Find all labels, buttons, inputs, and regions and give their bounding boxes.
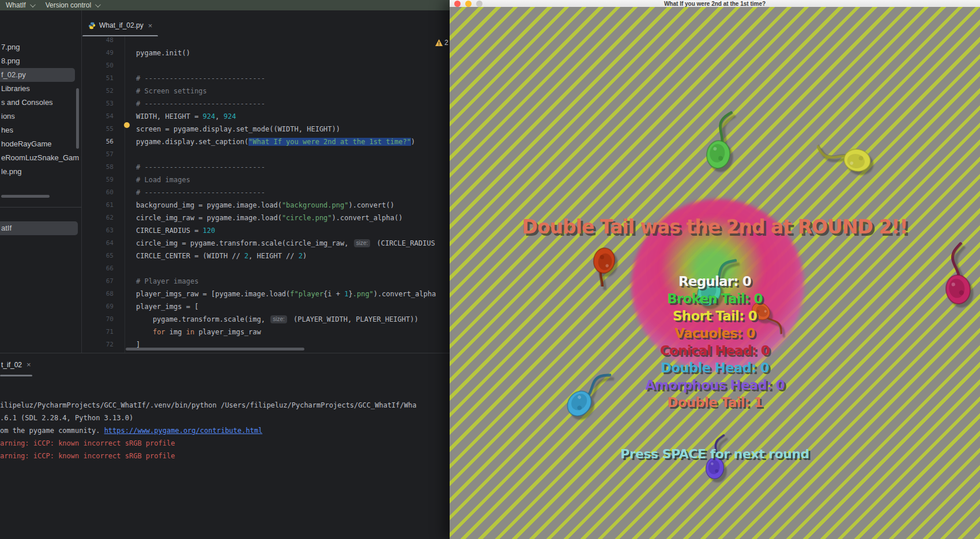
inspection-widget[interactable]: 2 [435, 39, 448, 47]
sidebar-vertical-scrollbar[interactable] [76, 88, 79, 149]
line-number: 53 [82, 97, 122, 110]
console-output-line: om the pygame community. https://www.pyg… [0, 424, 450, 437]
sidebar-item[interactable]: f_02.py [0, 68, 75, 82]
line-number: 51 [82, 72, 122, 85]
run-console[interactable]: ilipeluz/PycharmProjects/GCC_WhatIf/.ven… [0, 399, 450, 462]
chevron-down-icon [95, 2, 101, 7]
line-number: 72 [82, 338, 122, 351]
sidebar-item[interactable]: ions [0, 110, 81, 123]
line-number: 49 [82, 47, 122, 59]
score-line-broken-tail: Broken Tail: 0 [450, 290, 980, 307]
sidebar-item[interactable]: Libraries [0, 82, 81, 96]
code-text: circle_img = pygame.transform.scale(circ… [122, 237, 435, 250]
sidebar-item-whatif[interactable]: atIf [0, 221, 78, 235]
sidebar-item[interactable]: hodeRayGame [0, 137, 81, 151]
sidebar-divider [0, 207, 81, 208]
line-number: 65 [82, 250, 122, 262]
console-link[interactable]: https://www.pygame.org/contribute.html [104, 427, 263, 435]
editor-horizontal-scrollbar[interactable] [126, 348, 304, 350]
menu-item-version-control[interactable]: Version control [40, 0, 105, 10]
ide-menu-bar: WhatIfVersion control [0, 0, 450, 10]
run-tab[interactable]: t_if_02 × [1, 360, 31, 369]
line-number: 67 [82, 275, 122, 288]
code-line: 66 [82, 262, 450, 275]
line-number: 48 [82, 36, 122, 47]
sidebar-item[interactable]: eRoomLuzSnake_Gam [0, 151, 81, 165]
line-number: 61 [82, 199, 122, 212]
code-line: 50 [82, 59, 450, 72]
line-number: 71 [82, 326, 122, 338]
code-text: # Player images [122, 275, 198, 288]
code-text: background_img = pygame.image.load("back… [122, 199, 394, 212]
code-line: 69player_imgs = [ [82, 300, 450, 313]
score-line-conical-head: Conical Head: 0 [450, 342, 980, 359]
score-line-double-tail: Double Tail: 1 [450, 394, 980, 411]
score-line-regular: Regular: 0 [450, 273, 980, 290]
line-number: 56 [82, 135, 122, 148]
code-text: # ----------------------------- [122, 161, 265, 174]
code-text: player_imgs_raw = [pygame.image.load(f"p… [122, 288, 436, 300]
sidebar-item[interactable]: 8.png [0, 54, 81, 68]
code-line: 53# ----------------------------- [82, 97, 450, 110]
code-text: screen = pygame.display.set_mode((WIDTH,… [122, 123, 340, 135]
code-line: 54WIDTH, HEIGHT = 924, 924 [82, 110, 450, 123]
screen: WhatIfVersion control 7.png8.pngf_02.pyL… [0, 0, 980, 539]
console-warning-line: arning: iCCP: known incorrect sRGB profi… [0, 437, 450, 450]
code-editor[interactable]: 4849pygame.init()5051# -----------------… [82, 36, 450, 353]
sidebar-item[interactable]: hes [0, 123, 81, 137]
editor-tab-label: What_if_02.py [99, 21, 144, 29]
code-text: # ----------------------------- [122, 72, 265, 85]
python-file-icon [88, 22, 96, 29]
sidebar-item[interactable]: 7.png [0, 40, 81, 54]
sidebar-horizontal-scrollbar[interactable] [1, 195, 50, 198]
pygame-window: What If you were 2nd at the 1st time? Do… [450, 0, 980, 539]
line-number: 69 [82, 300, 122, 313]
menu-item-label: Version control [46, 1, 91, 9]
line-number: 52 [82, 85, 122, 97]
code-text: CIRCLE_RADIUS = 120 [122, 224, 215, 237]
score-line-vacuoles: Vacuoles: 0 [450, 325, 980, 342]
line-number: 50 [82, 59, 122, 72]
code-text: circle_img_raw = pygame.image.load("circ… [122, 212, 402, 224]
menu-item-label: WhatIf [6, 1, 26, 9]
sidebar-item[interactable]: s and Consoles [0, 96, 81, 110]
code-line: 61background_img = pygame.image.load("ba… [82, 199, 450, 212]
green-sperm [678, 82, 759, 180]
code-text: # ----------------------------- [122, 97, 265, 110]
code-line: 57 [82, 148, 450, 161]
code-text [122, 36, 136, 47]
code-line: 70 pygame.transform.scale(img, size: (PL… [82, 313, 450, 326]
sidebar-item[interactable]: le.png [0, 165, 81, 179]
game-canvas: Double Tail was the 2nd at ROUND 2!! Reg… [450, 7, 980, 539]
press-space-prompt: Press SPACE for next round [450, 446, 980, 462]
line-number: 57 [82, 148, 122, 161]
code-line: 67# Player images [82, 275, 450, 288]
code-line: 63CIRCLE_RADIUS = 120 [82, 224, 450, 237]
code-text: # Screen settings [122, 85, 207, 97]
caret-marker-dot[interactable] [124, 122, 130, 128]
editor-tab[interactable]: What_if_02.py × [82, 16, 158, 35]
code-line: 71 for img in player_imgs_raw [82, 326, 450, 338]
yellow-sperm [817, 88, 898, 186]
code-line: 60# ----------------------------- [82, 186, 450, 199]
code-text: # Load images [122, 174, 190, 186]
line-number: 64 [82, 237, 122, 250]
code-line: 64circle_img = pygame.transform.scale(ci… [82, 237, 450, 250]
score-line-double-head: Double Head: 0 [450, 359, 980, 376]
chevron-down-icon [30, 2, 36, 7]
close-run-tab-icon[interactable]: × [27, 360, 31, 369]
code-line: 58# ----------------------------- [82, 161, 450, 174]
line-number: 55 [82, 123, 122, 135]
close-tab-icon[interactable]: × [148, 21, 153, 30]
code-text [122, 262, 136, 275]
code-text: WIDTH, HEIGHT = 924, 924 [122, 110, 236, 123]
line-number: 68 [82, 288, 122, 300]
code-line: 48 [82, 36, 450, 47]
code-text: CIRCLE_CENTER = (WIDTH // 2, HEIGHT // 2… [122, 250, 307, 262]
round-result-heading: Double Tail was the 2nd at ROUND 2!! [450, 214, 980, 240]
code-line: 62circle_img_raw = pygame.image.load("ci… [82, 212, 450, 224]
score-list: Regular: 0Broken Tail: 0Short Tail: 0Vac… [450, 273, 980, 411]
project-sidebar[interactable]: 7.png8.pngf_02.pyLibrariess and Consoles… [0, 10, 81, 353]
line-number: 59 [82, 174, 122, 186]
menu-item-whatif[interactable]: WhatIf [0, 0, 40, 10]
